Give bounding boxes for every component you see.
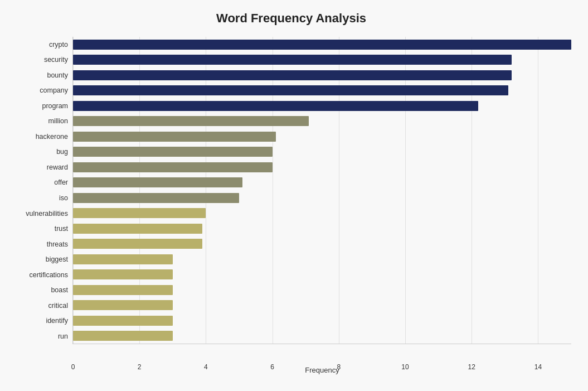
y-label: bounty (11, 72, 68, 79)
chart-container: Word Frequency Analysis cryptosecuritybo… (0, 0, 588, 391)
y-label: reward (11, 164, 68, 171)
bar (73, 316, 173, 326)
bar (73, 70, 512, 80)
bar-row (73, 238, 571, 250)
bar (73, 55, 512, 65)
bar-row (73, 54, 571, 66)
plot-area: 02468101214 Frequency (72, 37, 571, 344)
bar-row (73, 223, 571, 235)
bar (73, 40, 571, 50)
bar-row (73, 330, 571, 342)
y-label: boast (11, 287, 68, 294)
y-label: hackerone (11, 133, 68, 141)
bar (73, 208, 206, 218)
x-tick: 4 (204, 363, 208, 371)
bar (73, 239, 202, 249)
y-label: biggest (11, 256, 68, 263)
chart-title: Word Frequency Analysis (11, 11, 571, 26)
bar-row (73, 38, 571, 51)
x-tick: 12 (468, 363, 475, 371)
bar-row (73, 69, 571, 81)
x-tick: 0 (71, 363, 75, 371)
y-label: identify (11, 317, 68, 325)
bar-row (73, 161, 571, 173)
bar-row (73, 192, 571, 204)
y-label: run (11, 333, 68, 340)
bar (73, 254, 173, 264)
bar-row (73, 253, 571, 266)
y-label: million (11, 118, 68, 125)
y-label: trust (11, 225, 68, 233)
x-tick: 10 (401, 363, 409, 371)
bar (73, 193, 239, 203)
y-label: offer (11, 179, 68, 186)
y-label: certifications (11, 272, 68, 279)
bar-row (73, 84, 571, 96)
bar-row (73, 207, 571, 219)
y-label: vulnerabilities (11, 210, 68, 218)
x-tick: 2 (138, 363, 142, 371)
y-label: program (11, 103, 68, 110)
bar (73, 331, 173, 341)
bar (73, 132, 276, 142)
y-label: security (11, 56, 68, 64)
y-label: iso (11, 195, 68, 202)
bar-row (73, 100, 571, 112)
bar (73, 85, 508, 95)
bar (73, 147, 273, 157)
y-label: crypto (11, 41, 68, 49)
bar-row (73, 146, 571, 158)
bar-row (73, 115, 571, 127)
bar (73, 224, 202, 234)
bar-row (73, 315, 571, 327)
bar-row (73, 284, 571, 296)
y-label: critical (11, 302, 68, 310)
bar-row (73, 268, 571, 281)
x-axis-label: Frequency (305, 366, 339, 374)
bar-row (73, 176, 571, 189)
y-axis: cryptosecuritybountycompanyprogrammillio… (11, 37, 72, 344)
bar (73, 101, 478, 111)
bar (73, 269, 173, 279)
bar (73, 116, 309, 126)
chart-area: cryptosecuritybountycompanyprogrammillio… (11, 37, 571, 344)
bar (73, 162, 273, 172)
x-tick: 14 (534, 363, 542, 371)
bar (73, 285, 173, 295)
bar-row (73, 131, 571, 143)
bar (73, 300, 173, 310)
y-label: threats (11, 241, 68, 248)
bar-row (73, 299, 571, 311)
bar (73, 177, 242, 187)
y-label: company (11, 87, 68, 94)
x-tick: 6 (270, 363, 274, 371)
y-label: bug (11, 148, 68, 156)
